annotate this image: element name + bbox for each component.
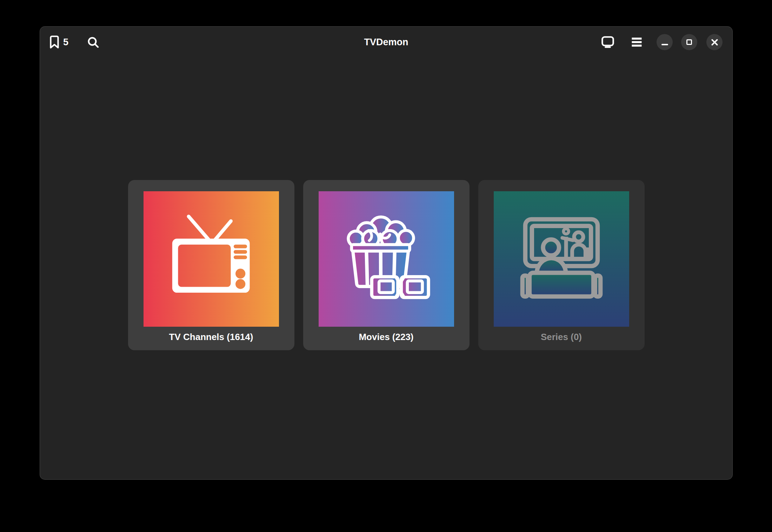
card-movies[interactable]: Movies (223): [303, 180, 470, 350]
card-label: TV Channels (1614): [144, 332, 279, 342]
categories-area: TV Channels (1614): [40, 58, 732, 479]
card-label: Series (0): [494, 332, 629, 342]
headerbar: 5 TVDemon: [40, 27, 732, 58]
card-label: Movies (223): [319, 332, 454, 342]
headerbar-right: [601, 34, 723, 50]
bookmarks-count: 5: [63, 38, 68, 47]
close-button[interactable]: [706, 34, 723, 50]
series-tile: [494, 191, 629, 327]
maximize-icon: [686, 39, 692, 45]
hamburger-menu-icon: [632, 38, 642, 47]
menu-button[interactable]: [632, 38, 642, 47]
close-icon: [711, 39, 718, 46]
headerbar-left: 5: [50, 35, 99, 49]
app-window: 5 TVDemon: [40, 27, 732, 479]
minimize-button[interactable]: [657, 34, 673, 50]
minimize-icon: [661, 44, 668, 45]
tv-channels-tile: [144, 191, 279, 327]
card-tv-channels[interactable]: TV Channels (1614): [128, 180, 294, 350]
bookmark-icon: [50, 35, 59, 49]
search-icon: [87, 36, 99, 48]
tv-mode-button[interactable]: [601, 36, 614, 48]
maximize-button[interactable]: [681, 34, 697, 50]
display-icon: [601, 36, 614, 48]
card-series: Series (0): [478, 180, 645, 350]
tv-channels-gradient-bg: [144, 191, 279, 327]
window-title: TVDemon: [364, 37, 408, 48]
search-button[interactable]: [87, 36, 99, 48]
bookmarks-button[interactable]: 5: [50, 35, 68, 49]
movies-tile: [319, 191, 454, 327]
